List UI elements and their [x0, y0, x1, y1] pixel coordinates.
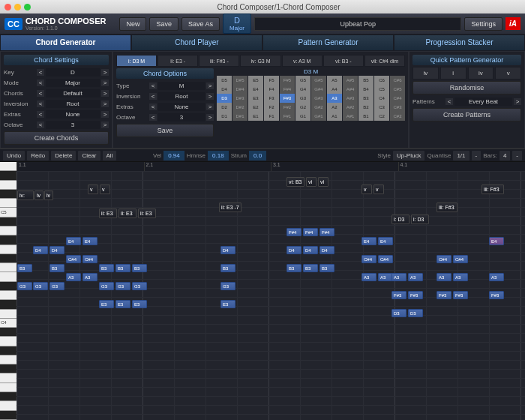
note-cell[interactable]: F#4 [280, 85, 295, 94]
note-block[interactable]: iv: G3 M [17, 190, 34, 200]
note-block[interactable]: B3 [132, 264, 147, 272]
chord-tab-4[interactable]: v: A3 M [282, 55, 322, 67]
chord-tab-5[interactable]: vi: B3 - [323, 55, 364, 67]
note-block[interactable]: B3 [99, 264, 114, 272]
chord-save-button[interactable]: Save [116, 124, 214, 137]
cs-2-next-icon[interactable]: > [101, 90, 109, 97]
note-cell[interactable]: A5 [327, 76, 342, 85]
note-cell[interactable]: F1 [264, 112, 279, 121]
note-block[interactable]: iii: F#3 - [436, 202, 458, 212]
saveas-button[interactable]: Save As [182, 17, 220, 31]
note-block[interactable]: G3 [132, 282, 147, 290]
note-block[interactable]: F#4 [320, 228, 334, 236]
co-3-next-icon[interactable]: > [206, 114, 214, 121]
note-block[interactable]: A3 [489, 273, 504, 281]
note-cell[interactable]: A2 [327, 103, 342, 112]
cs-5-next-icon[interactable]: > [101, 122, 109, 128]
note-cell[interactable]: E5 [248, 76, 263, 85]
cs-2-prev-icon[interactable]: < [37, 90, 44, 97]
note-block[interactable]: B3 [17, 264, 32, 272]
note-block[interactable]: G3 [17, 282, 32, 290]
note-block[interactable]: v [88, 184, 98, 194]
tab-chord-generator[interactable]: Chord Generator [0, 34, 131, 51]
note-block[interactable]: ii: E3 - [118, 208, 136, 218]
note-block[interactable]: B3 [320, 264, 334, 272]
note-block[interactable]: F#3 [489, 291, 504, 299]
note-block[interactable]: A3 [66, 273, 81, 281]
note-block[interactable]: D4 [33, 246, 48, 254]
note-cell[interactable]: G#1 [311, 112, 326, 121]
all-button[interactable]: All [103, 151, 117, 160]
clear-button[interactable]: Clear [78, 151, 100, 160]
note-block[interactable]: B3 [116, 264, 130, 272]
piano-key[interactable]: C5 [0, 208, 16, 217]
note-cell[interactable]: F2 [264, 103, 279, 112]
piano-key[interactable] [0, 364, 16, 374]
new-button[interactable]: New [119, 17, 146, 31]
note-cell[interactable]: C5 [374, 85, 389, 94]
note-block[interactable]: E4 [362, 237, 376, 245]
note-block[interactable]: F#3 [436, 291, 452, 299]
note-block[interactable]: v [362, 184, 372, 194]
note-block[interactable]: E4 [82, 237, 98, 245]
note-block[interactable]: B3 [303, 264, 318, 272]
cs-1-next-icon[interactable]: > [101, 80, 109, 86]
piano-key[interactable] [0, 162, 16, 171]
note-cell[interactable]: B1 [358, 112, 374, 121]
piano-key[interactable] [0, 374, 16, 382]
note-block[interactable]: D4 [303, 246, 318, 254]
note-block[interactable]: D4 [320, 246, 334, 254]
co-3-value[interactable]: 3 [158, 113, 205, 122]
cs-4-prev-icon[interactable]: < [37, 111, 44, 118]
note-block[interactable]: vi [306, 177, 316, 187]
note-cell[interactable]: D#5 [232, 76, 248, 85]
note-cell[interactable]: D#1 [232, 112, 248, 121]
note-cell[interactable]: C2 [374, 112, 389, 121]
note-cell[interactable]: A#5 [343, 76, 358, 85]
note-cell[interactable]: F#2 [280, 103, 295, 112]
note-block[interactable]: ii: E3 - [138, 208, 156, 218]
note-block[interactable]: F#3 [408, 291, 423, 299]
note-block[interactable]: C#4 [378, 255, 393, 263]
note-block[interactable]: B3 [286, 264, 302, 272]
note-cell[interactable]: E2 [248, 103, 263, 112]
bars-dec-icon[interactable]: - [512, 151, 522, 160]
piano-key[interactable]: C4 [0, 319, 16, 328]
note-cell[interactable]: F5 [264, 76, 279, 85]
note-block[interactable]: E4 [66, 237, 81, 245]
note-cell[interactable]: D4 [217, 85, 232, 94]
chord-tab-0[interactable]: i: D3 M [116, 55, 157, 67]
quantise-dec-icon[interactable]: - [472, 151, 482, 160]
note-cell[interactable]: F3 [264, 94, 279, 103]
degree-slot-3[interactable]: v [495, 67, 521, 80]
chord-tab-2[interactable]: iii: F#3 - [199, 55, 239, 67]
note-cell[interactable]: C#3 [390, 103, 405, 112]
strum-value[interactable]: 0.0 [249, 151, 266, 160]
note-block[interactable]: A3 [392, 273, 406, 281]
velocity-value[interactable]: 0.94 [164, 151, 184, 160]
cs-1-value[interactable]: Major [46, 79, 100, 87]
note-cell[interactable]: G#3 [311, 94, 326, 103]
note-cell[interactable]: G2 [296, 103, 310, 112]
note-cell[interactable]: D5 [217, 76, 232, 85]
piano-key[interactable] [0, 383, 16, 392]
piano-key[interactable] [0, 346, 16, 356]
note-cell[interactable]: D2 [217, 103, 232, 112]
save-button[interactable]: Save [149, 17, 178, 31]
piano-key[interactable] [0, 254, 16, 263]
note-cell[interactable]: F#3 [280, 94, 295, 103]
note-cell[interactable]: E4 [248, 85, 263, 94]
note-cell[interactable]: G3 [296, 94, 310, 103]
note-block[interactable]: E4 [489, 237, 504, 245]
co-1-value[interactable]: Root [158, 92, 205, 100]
co-0-prev-icon[interactable]: < [149, 82, 157, 89]
note-block[interactable]: B3 [220, 264, 236, 272]
co-0-value[interactable]: M [158, 82, 205, 90]
note-cell[interactable]: C#4 [390, 94, 405, 103]
note-block[interactable]: C#4 [66, 255, 81, 263]
cs-2-value[interactable]: Default [46, 89, 100, 98]
settings-button[interactable]: Settings [464, 17, 502, 31]
note-block[interactable]: v [374, 184, 384, 194]
note-block[interactable]: D4 [220, 246, 236, 254]
piano-key[interactable] [0, 181, 16, 190]
